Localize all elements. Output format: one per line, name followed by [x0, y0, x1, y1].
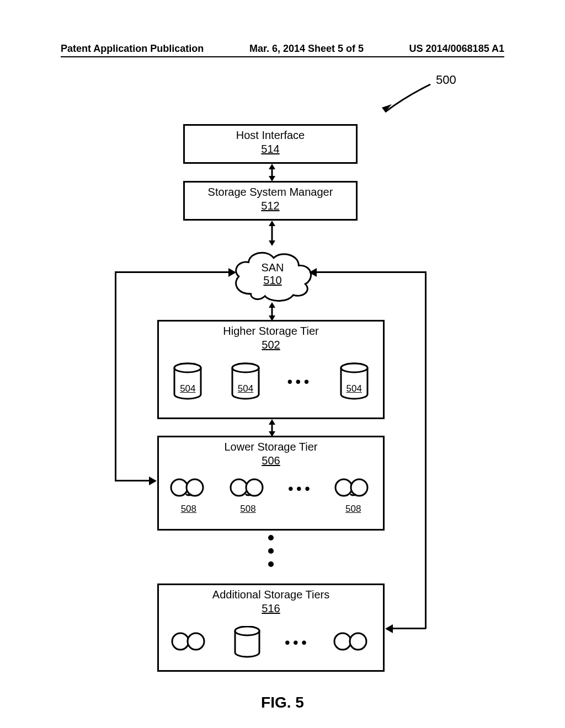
svg-point-28 — [172, 633, 189, 650]
tape-ref: 508 — [169, 504, 208, 515]
page-header: Patent Application Publication Mar. 6, 2… — [0, 43, 565, 55]
dot-icon — [268, 561, 274, 567]
dot-icon — [268, 535, 274, 540]
header-divider — [61, 56, 504, 57]
disk-ref: 504 — [172, 383, 204, 394]
tape-ref: 508 — [334, 504, 372, 515]
tape-icon: 508 — [229, 477, 268, 500]
ssm-ref: 512 — [185, 200, 356, 212]
disk-icon: 504 — [338, 362, 370, 401]
svg-point-24 — [231, 479, 247, 496]
svg-marker-11 — [269, 302, 275, 308]
disk-ref: 504 — [338, 383, 370, 394]
svg-point-25 — [246, 479, 263, 496]
tape-icon — [333, 631, 371, 654]
tape-icon: 508 — [334, 477, 372, 500]
header-right: US 2014/0068185 A1 — [409, 43, 504, 55]
lower-tier-title: Lower Storage Tier — [159, 441, 383, 453]
svg-point-27 — [351, 479, 367, 496]
lower-tier-items-row: 508 508 ••• 508 — [159, 477, 383, 500]
tape-ref: 508 — [229, 504, 268, 515]
higher-tier-title: Higher Storage Tier — [159, 325, 383, 338]
ellipsis-icon: ••• — [287, 373, 312, 390]
svg-marker-1 — [269, 164, 275, 169]
storage-system-manager-box: Storage System Manager 512 — [183, 181, 358, 221]
addl-tier-items-row: ••• — [159, 626, 383, 659]
arrowhead-right-to-san — [309, 267, 317, 280]
arrowhead-right-to-addl — [385, 623, 393, 636]
ellipsis-icon: ••• — [285, 634, 310, 651]
svg-point-23 — [186, 479, 203, 496]
connector-right-bottom-h — [392, 628, 426, 629]
arrow-ssm-san — [266, 221, 278, 246]
svg-marker-20 — [269, 419, 275, 425]
svg-point-31 — [235, 627, 259, 635]
header-left: Patent Application Publication — [61, 43, 204, 55]
svg-marker-6 — [228, 268, 236, 277]
san-text-group: SAN 510 — [229, 244, 316, 304]
additional-storage-tiers-box: Additional Storage Tiers 516 ••• — [157, 584, 385, 672]
connector-left-top-h — [115, 271, 230, 273]
higher-storage-tier-box: Higher Storage Tier 502 504 504 ••• 504 — [157, 320, 385, 419]
host-interface-title: Host Interface — [185, 129, 356, 142]
connector-right-top-h — [316, 271, 427, 273]
header-center: Mar. 6, 2014 Sheet 5 of 5 — [249, 43, 364, 55]
connector-left-bottom-h — [115, 480, 150, 481]
svg-point-29 — [188, 633, 204, 650]
svg-point-26 — [335, 479, 352, 496]
arrow-higher-lower — [266, 419, 278, 437]
disk-icon: 504 — [172, 362, 204, 401]
arrowhead-left-to-san — [228, 267, 236, 280]
svg-marker-4 — [269, 221, 275, 226]
san-cloud: SAN 510 — [229, 244, 316, 304]
lower-storage-tier-box: Lower Storage Tier 506 508 508 ••• 508 — [157, 436, 385, 531]
page: Patent Application Publication Mar. 6, 2… — [0, 0, 565, 728]
svg-point-14 — [174, 363, 201, 372]
svg-marker-7 — [149, 477, 157, 485]
disk-icon — [232, 626, 262, 659]
figure-reference-number: 500 — [436, 73, 456, 87]
svg-point-33 — [350, 633, 366, 650]
san-title: SAN — [261, 261, 284, 274]
figure-caption: FIG. 5 — [0, 694, 565, 711]
disk-icon: 504 — [230, 362, 262, 401]
svg-marker-8 — [309, 268, 317, 277]
svg-point-16 — [232, 363, 259, 372]
arrow-host-ssm — [266, 164, 278, 181]
host-interface-ref: 514 — [185, 143, 356, 156]
san-ref: 510 — [263, 274, 281, 287]
addl-tier-title: Additional Storage Tiers — [159, 588, 383, 601]
tape-icon — [170, 631, 209, 654]
higher-tier-items-row: 504 504 ••• 504 — [159, 362, 383, 401]
arrow-san-higher — [266, 302, 278, 321]
host-interface-box: Host Interface 514 — [183, 124, 358, 164]
addl-tier-ref: 516 — [159, 602, 383, 615]
arrowhead-left-to-lower — [149, 475, 157, 489]
connector-right-v — [425, 271, 427, 629]
svg-point-22 — [171, 479, 188, 496]
higher-tier-ref: 502 — [159, 339, 383, 351]
lower-tier-ref: 506 — [159, 454, 383, 467]
svg-point-32 — [334, 633, 351, 650]
tape-icon: 508 — [169, 477, 208, 500]
leader-arrow-icon — [375, 80, 436, 119]
svg-point-18 — [341, 363, 367, 372]
diagram-canvas: 500 Host Interface 514 Storage System Ma… — [0, 66, 565, 689]
disk-ref: 504 — [230, 383, 262, 394]
ellipsis-icon: ••• — [288, 480, 313, 497]
ssm-title: Storage System Manager — [185, 186, 356, 199]
dot-icon — [268, 548, 274, 554]
connector-left-v — [115, 271, 116, 481]
svg-marker-9 — [385, 624, 393, 633]
vertical-ellipsis-icon — [268, 535, 274, 567]
figure-reference-leader: 500 — [375, 74, 469, 119]
